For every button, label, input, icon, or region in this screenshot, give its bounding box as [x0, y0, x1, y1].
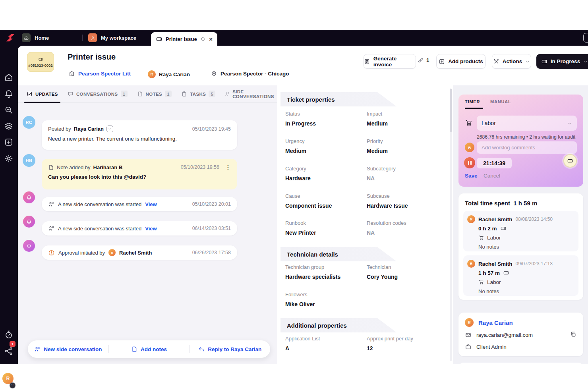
tab-side-conversations[interactable]: SIDE CONVERSATIONS 2: [225, 85, 277, 103]
worklog-timestamp: 09/07/2023 17:13: [516, 261, 553, 266]
settings-gear-icon[interactable]: [4, 154, 14, 163]
mail-icon: [465, 332, 472, 338]
work-item-select[interactable]: Labor: [477, 116, 577, 131]
post-timestamp: 05/10/2023 19:45: [192, 126, 231, 132]
topbar-corner-button[interactable]: [583, 33, 588, 42]
reply-icon: [198, 346, 205, 352]
modules-layers-icon[interactable]: [4, 121, 14, 131]
note-icon: [137, 91, 143, 97]
linked-items[interactable]: 1: [417, 57, 429, 64]
note-icon: [48, 164, 54, 170]
timer-stopwatch-icon[interactable]: [4, 330, 14, 339]
home-icon[interactable]: [4, 73, 14, 82]
timer-count-badge: 1: [10, 341, 15, 347]
side-conversation-icon: [48, 201, 54, 207]
notifications-bell-icon[interactable]: [4, 89, 14, 98]
refresh-icon[interactable]: [200, 37, 205, 42]
timer-card: TIMER MANUAL Labor 2686.76 hrs remaining…: [458, 95, 583, 187]
kebab-menu-icon[interactable]: ⋮: [225, 164, 231, 170]
field-label: Category: [285, 166, 306, 172]
tab-notes[interactable]: NOTES 1: [137, 85, 172, 103]
actions-button[interactable]: Actions: [492, 54, 531, 69]
tasks-count: 5: [209, 91, 215, 97]
workspace-tab-label: My workspace: [101, 35, 136, 41]
field-label: Followers: [285, 292, 308, 297]
briefcase-icon: [465, 344, 472, 350]
worklog-comment-input[interactable]: [477, 141, 577, 154]
copy-icon[interactable]: [570, 331, 576, 338]
field-label: Cause: [285, 193, 300, 199]
tab-updates[interactable]: UPDATES: [27, 85, 58, 103]
worklog-notes: No notes: [478, 244, 499, 250]
ticket-id-badge: #051023-0002: [27, 52, 54, 72]
avatar-status-badge: ∷: [10, 382, 15, 388]
worklog-timestamp: 08/08/2023 14:50: [516, 216, 553, 222]
field-value: Component issue: [285, 203, 332, 209]
requester-name: Raya Carian: [159, 71, 190, 77]
post-author: Raya Carian: [74, 126, 104, 132]
new-side-conversation-button[interactable]: New side conversation: [28, 346, 108, 352]
next-card-sliver: [458, 363, 583, 364]
ticket-icon: [500, 225, 507, 232]
event-text: A new side conversation was started: [58, 201, 141, 207]
ticket-tab-label: Printer issue: [166, 36, 197, 42]
main-panel: #051023-0002 Printer issue Pearson Spect…: [18, 46, 588, 364]
share-nodes-icon[interactable]: [4, 346, 14, 356]
note-timestamp: 05/10/2023 19:56: [181, 164, 219, 170]
chevron-down-icon: [525, 59, 530, 64]
tab-tasks[interactable]: TASKS 5: [181, 85, 215, 103]
generate-invoice-button[interactable]: Generate invoice: [364, 54, 416, 69]
site-chip: Pearson Spector - Chicago: [211, 70, 289, 77]
note-body: Can you please look into this @david?: [42, 170, 237, 185]
client-name: Pearson Spector Litt: [78, 71, 131, 77]
field-label: Urgency: [285, 138, 304, 144]
generate-invoice-label: Generate invoice: [373, 56, 416, 68]
reply-button[interactable]: Reply to Raya Carian: [190, 346, 270, 352]
linked-count: 1: [426, 57, 429, 63]
view-link[interactable]: View: [145, 226, 157, 232]
view-link[interactable]: View: [145, 201, 157, 207]
add-products-button[interactable]: Add products: [436, 54, 485, 69]
collapse-post-icon[interactable]: [106, 126, 113, 132]
view-ticket-button[interactable]: [563, 154, 577, 168]
building-icon: [68, 70, 75, 77]
field-label: Application List: [285, 336, 320, 342]
actions-tools-icon: [493, 58, 499, 65]
tab-my-workspace[interactable]: My workspace: [88, 30, 136, 46]
field-value: Hardware: [285, 175, 311, 182]
close-tab-icon[interactable]: ×: [209, 36, 213, 42]
cancel-button[interactable]: Cancel: [484, 173, 500, 179]
bell-avatar: [23, 191, 35, 203]
warning-icon: [48, 249, 55, 256]
tab-manual[interactable]: MANUAL: [490, 99, 511, 104]
cart-icon: [478, 279, 484, 285]
side-conversation-icon: [48, 225, 54, 232]
contact-email: raya.carian@gmail.com: [476, 332, 533, 338]
bell-avatar: [23, 240, 35, 252]
event-text: A new side conversation was started: [58, 226, 141, 232]
pause-timer-button[interactable]: [464, 157, 475, 168]
approval-timestamp: 06/26/2023 17:58: [192, 250, 231, 255]
client-link[interactable]: Pearson Spector Litt: [68, 70, 131, 77]
create-plus-icon[interactable]: [4, 137, 14, 147]
side-conversation-icon: [225, 91, 230, 97]
tab-timer[interactable]: TIMER: [465, 99, 480, 104]
contact-name[interactable]: Raya Carian: [478, 319, 513, 326]
requester-chip[interactable]: R Raya Carian: [148, 70, 190, 78]
side-conversation-event: A new side conversation was started View…: [42, 197, 237, 211]
field-label: Priority: [367, 138, 383, 144]
avatar: RC: [23, 116, 35, 129]
field-label: Technician group: [285, 264, 324, 270]
scrollbar-thumb[interactable]: [450, 89, 452, 132]
tab-home[interactable]: Home: [22, 30, 49, 46]
section-header: Additional properties: [280, 318, 397, 332]
tab-printer-issue[interactable]: Printer issue ×: [151, 32, 217, 46]
add-notes-button[interactable]: Add notes: [109, 346, 190, 352]
save-button[interactable]: Save: [465, 173, 478, 179]
chevron-down-icon: [567, 121, 572, 126]
status-button[interactable]: In Progress: [536, 54, 588, 69]
tab-conversations[interactable]: CONVERSATIONS 1: [68, 85, 128, 103]
ticket-id: #051023-0002: [28, 63, 52, 68]
field-value: In Progress: [285, 120, 316, 127]
search-icon[interactable]: [4, 105, 14, 115]
